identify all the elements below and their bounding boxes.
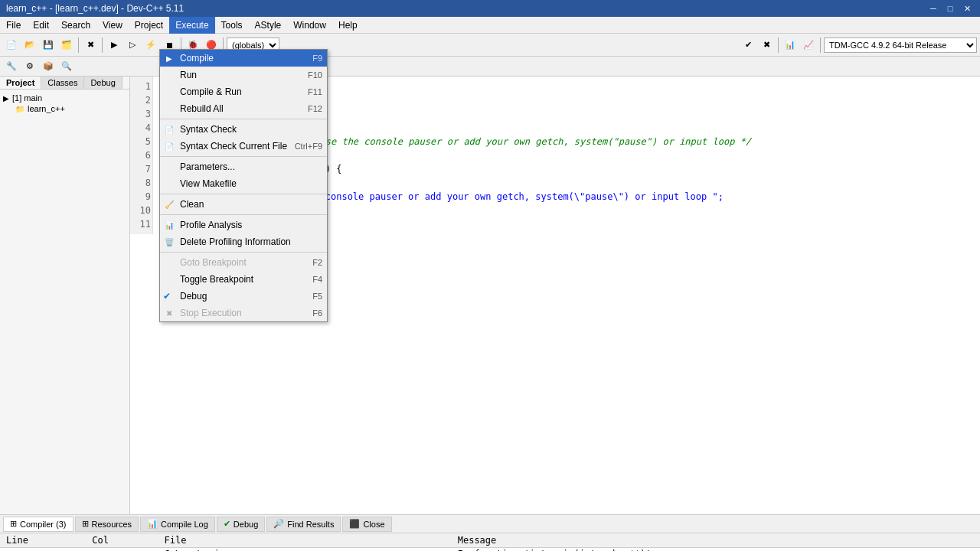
menu-compile[interactable]: ▶ Compile F9 (160, 50, 327, 67)
tab-close[interactable]: ⬛ Close (342, 517, 391, 532)
output-table: Line Col File Message C:\c++\main.cpp In… (0, 533, 980, 551)
open-button[interactable]: 📂 (21, 37, 38, 54)
execute-dropdown-menu: ▶ Compile F9 Run F10 Compile & Run F11 R… (159, 49, 328, 322)
row1-col (86, 548, 158, 552)
syntax-check-current-label: Syntax Check Current File (180, 141, 295, 152)
menu-astyle[interactable]: AStyle (249, 17, 288, 34)
project-icon: 📁 (15, 105, 24, 113)
syntax-check-icon: 📄 (163, 123, 175, 135)
menu-debug[interactable]: ✔ Debug F5 (160, 288, 327, 305)
sidebar: Project Classes Debug ▶ [1] main 📁 learn… (0, 77, 130, 514)
syntax-check-current-icon: 📄 (163, 140, 175, 152)
menu-compile-run[interactable]: Compile & Run F11 (160, 83, 327, 100)
menu-run[interactable]: Run F10 (160, 67, 327, 83)
tb2-btn2[interactable]: ⚙ (21, 58, 38, 75)
tb2-btn1[interactable]: 🔧 (3, 58, 20, 75)
cancel2-button[interactable]: ✖ (758, 37, 775, 54)
menu-file[interactable]: File (0, 17, 27, 34)
toggle-breakpoint-shortcut: F4 (312, 275, 322, 284)
output-panel: Line Col File Message C:\c++\main.cpp In… (0, 533, 980, 551)
run-shortcut: F10 (308, 70, 322, 80)
sidebar-tab-project[interactable]: Project (0, 77, 41, 89)
goto-breakpoint-label: Goto Breakpoint (180, 257, 312, 268)
rebuild-label: Rebuild All (180, 103, 308, 114)
save-all-button[interactable]: 🗂️ (58, 37, 75, 54)
tab-resources[interactable]: ⊞ Resources (75, 517, 139, 532)
compile-icon: ▶ (163, 52, 175, 64)
profile-analysis-label: Profile Analysis (180, 220, 322, 230)
row1-line (0, 548, 86, 552)
sidebar-tab-debug[interactable]: Debug (84, 77, 122, 89)
tree-project[interactable]: 📁 learn_c++ (3, 103, 126, 114)
menu-div2 (160, 156, 327, 157)
compile-log-tab-label: Compile Log (161, 520, 208, 529)
menu-bar: File Edit Search View Project Execute To… (0, 17, 980, 34)
close-window-button[interactable]: ✕ (960, 2, 974, 15)
menu-clean[interactable]: 🧹 Clean (160, 196, 327, 213)
debug-check-icon: ✔ (163, 291, 171, 302)
sidebar-tabs: Project Classes Debug (0, 77, 129, 90)
tab-compile-log[interactable]: 📊 Compile Log (140, 517, 215, 532)
profile-button[interactable]: 📊 (782, 37, 799, 54)
table-row[interactable]: C:\c++\main.cpp In function 'int main(in… (0, 548, 980, 552)
expand-icon: ▶ (3, 94, 9, 103)
tb2-btn4[interactable]: 🔍 (58, 58, 75, 75)
sidebar-tab-classes[interactable]: Classes (41, 77, 84, 89)
menu-window[interactable]: Window (287, 17, 332, 34)
debug-tab-label: Debug (234, 520, 258, 529)
menu-goto-breakpoint: Goto Breakpoint F2 (160, 254, 327, 271)
clean-label: Clean (180, 199, 322, 210)
menu-parameters[interactable]: Parameters... (160, 158, 327, 175)
clean-icon: 🧹 (163, 198, 175, 210)
col-line: Line (0, 533, 86, 548)
run-label: Run (180, 70, 308, 80)
col-message: Message (452, 533, 980, 548)
compile-run-label: Compile & Run (180, 86, 308, 97)
close-tab-icon: ⬛ (349, 519, 360, 529)
profile2-button[interactable]: 📈 (800, 37, 817, 54)
menu-project[interactable]: Project (129, 17, 169, 34)
tab-find-results[interactable]: 🔎 Find Results (266, 517, 341, 532)
row1-file: C:\c++\main.cpp (158, 548, 451, 552)
tb2-btn3[interactable]: 📦 (40, 58, 57, 75)
debug-shortcut: F5 (312, 292, 322, 301)
compile-button[interactable]: ▶ (106, 37, 122, 54)
compiler-combo[interactable]: TDM-GCC 4.9.2 64-bit Release (824, 37, 977, 53)
compile-run-button[interactable]: ⚡ (142, 37, 159, 54)
close-button[interactable]: ✖ (82, 37, 99, 54)
menu-view-makefile[interactable]: View Makefile (160, 175, 327, 192)
tree-root[interactable]: ▶ [1] main (3, 93, 126, 103)
menu-execute[interactable]: Execute (169, 17, 214, 34)
stop-execution-shortcut: F6 (312, 308, 322, 318)
menu-view[interactable]: View (96, 17, 129, 34)
check-syntax-button[interactable]: ✔ (740, 37, 756, 54)
menu-tools[interactable]: Tools (215, 17, 249, 34)
title-bar: learn_c++ - [learn_c++.dev] - Dev-C++ 5.… (0, 0, 980, 17)
menu-delete-profiling[interactable]: 🗑️ Delete Profiling Information (160, 233, 327, 250)
menu-rebuild[interactable]: Rebuild All F12 (160, 100, 327, 117)
minimize-button[interactable]: ─ (926, 2, 940, 15)
window-title: learn_c++ - [learn_c++.dev] - Dev-C++ 5.… (6, 3, 926, 14)
compile-label: Compile (180, 53, 312, 64)
menu-profile-analysis[interactable]: 📊 Profile Analysis (160, 217, 327, 233)
toolbar-sep5 (778, 37, 779, 53)
find-results-tab-icon: 🔎 (273, 519, 284, 529)
new-button[interactable]: 📄 (3, 37, 20, 54)
menu-syntax-check[interactable]: 📄 Syntax Check (160, 121, 327, 138)
menu-edit[interactable]: Edit (27, 17, 55, 34)
menu-search[interactable]: Search (55, 17, 96, 34)
tab-debug[interactable]: ✔ Debug (217, 517, 265, 532)
menu-help[interactable]: Help (332, 17, 364, 34)
menu-toggle-breakpoint[interactable]: Toggle Breakpoint F4 (160, 271, 327, 288)
menu-syntax-check-current[interactable]: 📄 Syntax Check Current File Ctrl+F9 (160, 138, 327, 155)
delete-profiling-label: Delete Profiling Information (180, 236, 322, 247)
save-button[interactable]: 💾 (40, 37, 57, 54)
tab-compiler[interactable]: ⊞ Compiler (3) (3, 517, 74, 532)
debug-label: Debug (180, 291, 312, 302)
menu-div1 (160, 119, 327, 119)
run-button[interactable]: ▷ (124, 37, 141, 54)
window-controls: ─ □ ✕ (926, 2, 974, 15)
maximize-button[interactable]: □ (943, 2, 957, 15)
toggle-breakpoint-label: Toggle Breakpoint (180, 274, 312, 285)
compiler-tab-icon: ⊞ (10, 519, 17, 529)
